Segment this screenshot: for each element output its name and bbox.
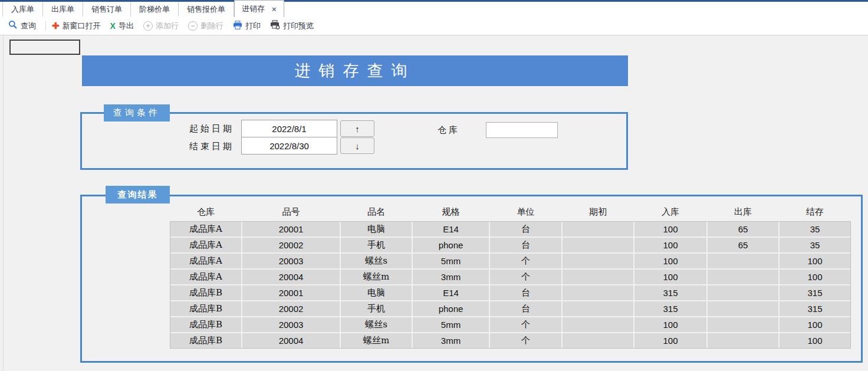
print-button-label: 打印 (245, 21, 261, 31)
tab-label: 入库单 (11, 4, 34, 15)
table-cell: 100 (780, 333, 850, 348)
table-cell: 100 (780, 317, 850, 332)
table-cell: 100 (780, 254, 850, 268)
tabbar-tabs: 入库单出库单销售订单阶梯价单销售报价单进销存× (2, 2, 284, 17)
tab-sales-quote[interactable]: 销售报价单 (179, 2, 234, 17)
tab-label: 阶梯价单 (139, 4, 170, 15)
table-cell: 手机 (341, 301, 413, 316)
tab-inbound-order[interactable]: 入库单 (2, 2, 43, 17)
toolbar: 查询 ✚ 新窗口打开 X 导出 + 添加行 − 删除行 (0, 17, 868, 35)
table-cell: 315 (780, 285, 850, 300)
table-cell: 20002 (242, 238, 341, 252)
query-button[interactable]: 查询 (8, 20, 36, 31)
table-cell (563, 301, 634, 316)
table-cell: 100 (634, 270, 708, 284)
table-cell: 3mm (413, 270, 490, 284)
add-row-button[interactable]: + 添加行 (143, 21, 179, 31)
date-down-button[interactable]: ↓ (340, 137, 374, 154)
date-up-button[interactable]: ↑ (340, 120, 374, 137)
print-preview-button[interactable]: 打印预览 (270, 20, 314, 31)
report-title-banner: 进销存查询 (82, 55, 628, 86)
circle-minus-icon: − (188, 21, 198, 31)
delete-row-button[interactable]: − 删除行 (188, 21, 223, 31)
table-row: 成品库B20004螺丝m3mm个100100 (170, 333, 850, 348)
table-cell (708, 317, 780, 332)
tab-outbound-order[interactable]: 出库单 (43, 2, 83, 17)
table-cell: 成品库A (170, 222, 242, 237)
table-cell (708, 301, 780, 316)
table-cell: 65 (708, 222, 780, 237)
tab-label: 出库单 (51, 4, 74, 15)
table-row: 成品库B20002手机phone台315315 (170, 301, 850, 317)
table-cell: 个 (490, 317, 563, 332)
circle-plus-icon: + (143, 21, 153, 31)
table-row: 成品库A20003螺丝s5mm个100100 (170, 254, 850, 270)
column-header: 出库 (707, 206, 779, 218)
table-cell: 个 (490, 270, 563, 284)
table-cell (708, 285, 780, 300)
table-cell: 20001 (242, 222, 341, 237)
table-cell (708, 333, 780, 348)
column-header: 品名 (340, 206, 412, 218)
table-cell: 台 (490, 238, 563, 252)
column-header: 规格 (412, 206, 489, 218)
tab-bar: 入库单出库单销售订单阶梯价单销售报价单进销存× (0, 0, 868, 17)
table-cell: 电脑 (341, 222, 413, 237)
table-cell: 螺丝m (341, 270, 413, 284)
table-cell (563, 254, 634, 268)
start-date-label: 起始日期 (189, 120, 234, 137)
table-cell: E14 (413, 222, 490, 237)
table-cell (563, 317, 634, 332)
app-window: 入库单出库单销售订单阶梯价单销售报价单进销存× 查询 ✚ 新窗口打开 X 导出 … (0, 0, 868, 371)
table-cell: 35 (780, 222, 850, 237)
sheet-left-divider (3, 35, 4, 371)
table-cell: E14 (413, 285, 490, 300)
table-cell: 100 (634, 333, 708, 348)
table-cell (563, 222, 634, 237)
cell-selector[interactable] (9, 40, 80, 55)
table-cell: phone (413, 301, 490, 316)
print-button[interactable]: 打印 (233, 21, 261, 31)
excel-icon: X (110, 22, 116, 30)
column-header: 品号 (242, 206, 340, 218)
table-cell: 20004 (242, 270, 341, 284)
table-cell (708, 254, 780, 268)
column-header: 单位 (489, 206, 562, 218)
warehouse-input[interactable] (486, 122, 558, 138)
export-button[interactable]: X 导出 (110, 21, 134, 31)
printer-preview-icon (270, 20, 280, 31)
results-table: 仓库品号品名规格单位期初入库出库结存 成品库A20001电脑E14台100653… (170, 202, 851, 349)
table-cell: 20003 (242, 317, 341, 332)
table-cell: 20001 (242, 285, 341, 300)
printer-icon (233, 21, 242, 31)
table-cell: 315 (634, 301, 708, 316)
results-table-body: 成品库A20001电脑E14台1006535成品库A20002手机phone台1… (170, 221, 851, 349)
table-cell: 个 (490, 333, 563, 348)
table-cell: 螺丝m (341, 333, 413, 348)
tab-sales-order[interactable]: 销售订单 (83, 2, 131, 17)
column-header: 期初 (562, 206, 634, 218)
new-window-button[interactable]: ✚ 新窗口打开 (52, 21, 101, 31)
down-arrow-icon: ↓ (355, 141, 360, 151)
table-header-row: 仓库品号品名规格单位期初入库出库结存 (170, 202, 851, 221)
table-cell: 成品库A (170, 270, 242, 284)
plus-icon: ✚ (52, 21, 60, 30)
table-cell (563, 238, 634, 252)
column-header: 结存 (779, 206, 851, 218)
table-cell: 65 (708, 238, 780, 252)
tab-close-icon[interactable]: × (272, 5, 277, 13)
sheet-area: 进销存查询 查询条件 起始日期 ↑ 结束日期 ↓ 仓库 查询结果 仓库品号品名规… (0, 35, 868, 371)
table-row: 成品库B20003螺丝s5mm个100100 (170, 317, 850, 333)
table-cell: 3mm (413, 333, 490, 348)
table-cell: 螺丝s (341, 254, 413, 268)
tab-inventory[interactable]: 进销存× (234, 0, 284, 17)
table-cell: 20002 (242, 301, 341, 316)
search-icon (8, 20, 18, 31)
table-row: 成品库B20001电脑E14台315315 (170, 285, 850, 301)
conditions-section-label: 查询条件 (104, 104, 170, 122)
end-date-input[interactable] (241, 137, 337, 155)
table-cell: 成品库B (170, 333, 242, 348)
start-date-input[interactable] (241, 120, 337, 137)
tab-tier-price[interactable]: 阶梯价单 (131, 2, 179, 17)
table-cell: 100 (780, 270, 850, 284)
